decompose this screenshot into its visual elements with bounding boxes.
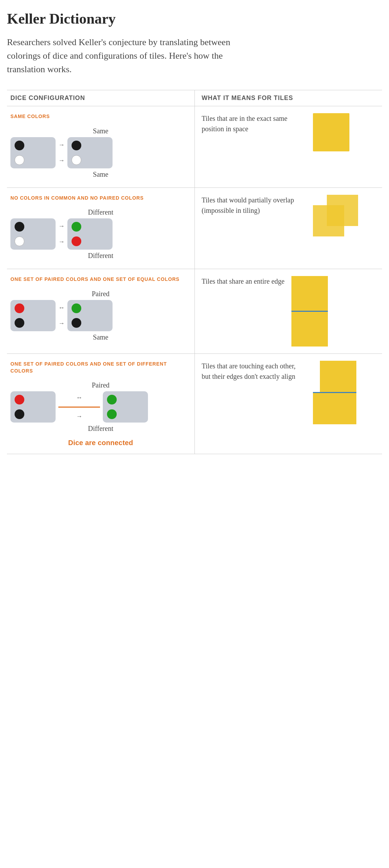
die-left-row1 (10, 137, 56, 168)
die-right-row2 (67, 218, 113, 250)
orange-line-row4 (58, 407, 100, 408)
tiles-content-row3: Tiles that share an entire edge (202, 276, 379, 347)
dice-cell-row1: SAME COLORS Same → (7, 106, 194, 188)
dot-red-top-left4 (15, 395, 24, 404)
dot-red-bottom-right2 (72, 236, 81, 246)
die-left-row4 (10, 391, 56, 423)
die-left-row3 (10, 300, 56, 331)
tiles-cell-row4: Tiles that are touching each other, but … (194, 354, 382, 454)
tiles-text-row4: Tiles that are touching each other, but … (202, 361, 306, 382)
dot-green-top-right2 (72, 222, 81, 232)
label-bottom-row4: Different (88, 425, 113, 433)
arrow-top-row2: → (58, 223, 65, 230)
tiles-cell-row1: Tiles that are in the exact same positio… (194, 106, 382, 188)
tile-visual-row2 (313, 195, 358, 240)
die-left-row2 (10, 218, 56, 250)
tiles-content-row1: Tiles that are in the exact same positio… (202, 113, 379, 151)
dot-black-bottom-left3 (15, 318, 24, 328)
arrow-top-row1: → (58, 141, 65, 149)
tile-top4-row4 (320, 361, 356, 392)
tiles-text-row2: Tiles that would partially overlap (impo… (202, 195, 306, 216)
dictionary-table: DICE CONFIGURATION WHAT IT MEANS FOR TIL… (7, 90, 382, 454)
dice-cell-row4: ONE SET OF PAIRED COLORS AND ONE SET OF … (7, 354, 194, 454)
section-label-row4: ONE SET OF PAIRED COLORS AND ONE SET OF … (10, 361, 191, 374)
orange-label-row4: Dice are connected (68, 439, 133, 447)
dot-black-top-left1 (15, 141, 24, 150)
tile-visual-row1 (313, 113, 349, 151)
col1-header: DICE CONFIGURATION (7, 90, 194, 106)
die-right-row4 (103, 391, 148, 423)
tile-bottom4-row4 (313, 393, 356, 424)
section-label-row3: ONE SET OF PAIRED COLORS AND ONE SET OF … (10, 276, 191, 283)
dot-green-bottom-right4 (107, 409, 117, 419)
label-bottom-row1: Same (93, 170, 108, 178)
dice-diagram-row1: Same → → (10, 125, 191, 181)
page-intro: Researchers solved Keller's conjecture b… (7, 35, 250, 76)
tiles-cell-row2: Tiles that would partially overlap (impo… (194, 187, 382, 269)
dot-black-top-left2 (15, 222, 24, 232)
section-label-row2: NO COLORS IN COMMON AND NO PAIRED COLORS (10, 195, 191, 202)
section-label-row1: SAME COLORS (10, 113, 191, 120)
die-right-row3 (67, 300, 113, 331)
arrows-row1: → → (56, 137, 67, 168)
table-row: NO COLORS IN COMMON AND NO PAIRED COLORS… (7, 187, 382, 269)
label-top-row1: Same (93, 127, 108, 135)
dice-diagram-row2: Different → → (10, 206, 191, 262)
die-right-row1 (67, 137, 113, 168)
dot-black-bottom-right3 (72, 318, 81, 328)
tile-visual-row3 (291, 276, 328, 347)
tile-bottom-row3 (291, 312, 328, 347)
tiles-content-row2: Tiles that would partially overlap (impo… (202, 195, 379, 240)
tiles-text-row3: Tiles that share an entire edge (202, 276, 285, 286)
tile-shared-edge-row3 (291, 276, 328, 347)
dice-connector-row3: ↔ → (10, 300, 191, 331)
label-bottom-row2: Different (88, 252, 113, 260)
arrow-top-row4: ↔ (76, 394, 82, 401)
table-row: ONE SET OF PAIRED COLORS AND ONE SET OF … (7, 269, 382, 354)
tiles-cell-row3: Tiles that share an entire edge (194, 269, 382, 354)
dot-white-bottom-right1 (72, 155, 81, 165)
dot-white-bottom-left2 (15, 236, 24, 246)
arrow-bottom-row2: → (58, 238, 65, 245)
tile-touching-row4 (313, 361, 356, 424)
table-row: ONE SET OF PAIRED COLORS AND ONE SET OF … (7, 354, 382, 454)
table-row: SAME COLORS Same → (7, 106, 382, 188)
dice-diagram-row3: Paired ↔ → (10, 288, 191, 343)
arrows-row4: ↔ → (56, 391, 103, 423)
arrows-row3: ↔ → (56, 300, 67, 331)
col2-header: WHAT IT MEANS FOR TILES (194, 90, 382, 106)
tile-top-row3 (291, 276, 328, 311)
arrow-bottom-row4: → (76, 413, 82, 420)
tile-visual-row4 (313, 361, 356, 424)
arrow-bottom-row3: → (58, 320, 65, 327)
label-bottom-row3: Same (93, 333, 108, 341)
arrows-row2: → → (56, 218, 67, 250)
tiles-content-row4: Tiles that are touching each other, but … (202, 361, 379, 424)
dot-green-top-right3 (72, 303, 81, 313)
dot-green-top-right4 (107, 395, 117, 404)
dot-black-bottom-left4 (15, 409, 24, 419)
dice-connector-row4: ↔ → (10, 391, 191, 423)
dice-connector-row1: → → (10, 137, 191, 168)
page-title: Keller Dictionary (7, 10, 382, 27)
label-top-row2: Different (88, 208, 113, 216)
dice-connector-row2: → → (10, 218, 191, 250)
label-top-row3: Paired (92, 290, 109, 298)
dice-diagram-row4: Paired ↔ → (10, 379, 191, 447)
arrow-bottom-row1: → (58, 157, 65, 164)
dot-white-bottom-left1 (15, 155, 24, 165)
dice-cell-row2: NO COLORS IN COMMON AND NO PAIRED COLORS… (7, 187, 194, 269)
tile-b-row2 (327, 195, 358, 226)
label-top-row4: Paired (92, 381, 109, 389)
tile-partial-row2 (313, 195, 358, 240)
dice-cell-row3: ONE SET OF PAIRED COLORS AND ONE SET OF … (7, 269, 194, 354)
tile-single-row1 (313, 113, 349, 151)
dot-red-top-left3 (15, 303, 24, 313)
arrow-top-row3: ↔ (58, 304, 65, 311)
tiles-text-row1: Tiles that are in the exact same positio… (202, 113, 306, 134)
dot-black-top-right1 (72, 141, 81, 150)
